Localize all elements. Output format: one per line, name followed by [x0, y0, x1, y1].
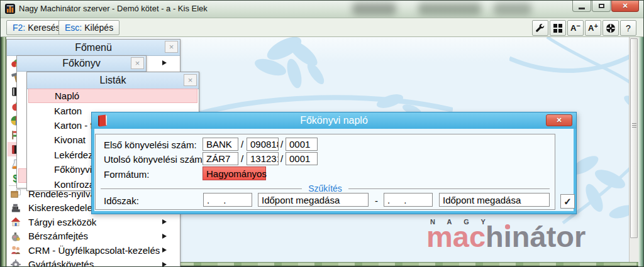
listak-close-button[interactable]: × [184, 74, 197, 86]
menu-item-label: Tárgyi eszközök [28, 217, 96, 227]
fomenu-header: Főmenü × [7, 40, 180, 56]
list-item-label: Karton - f [54, 120, 93, 131]
fokonyv-header: Főkönyv × [17, 56, 146, 72]
swirl-decoration [509, 37, 644, 119]
first-number-input[interactable]: 0001 [286, 138, 318, 151]
slash-separator: / [280, 139, 283, 150]
dialog-titlebar[interactable]: Főkönyvi napló ✕ [92, 112, 576, 129]
search-button[interactable]: F2: Keresés [6, 20, 67, 35]
vertical-scrollbar[interactable] [629, 37, 638, 262]
glass-blur-decoration [418, 3, 481, 15]
first-entry-label: Első könyvelési szám: [104, 139, 197, 150]
filter-section-label: Szűkítés [302, 183, 348, 193]
glass-blur-decoration [494, 3, 531, 15]
money-bag-icon [10, 231, 21, 242]
scrollbar-thumb[interactable] [630, 38, 638, 238]
last-number-input[interactable]: 0001 [286, 152, 318, 165]
last-date-input[interactable]: 131231 [247, 152, 279, 165]
font-increase-button[interactable]: A+ [585, 20, 601, 36]
close-icon: ✕ [622, 2, 628, 10]
house-icon [10, 216, 21, 227]
slash-separator: / [280, 153, 283, 164]
scrollbar-grip [632, 123, 636, 124]
range-dash: - [375, 195, 378, 206]
exit-hotkey: Esc: [65, 23, 82, 33]
maximize-button[interactable] [592, 0, 611, 12]
cash-register-icon [10, 202, 21, 214]
menu-item-label: Gyártáskövetés [28, 259, 94, 267]
period-to-date-input[interactable]: . . [384, 193, 433, 207]
glass-blur-decoration [352, 3, 396, 15]
window-right-edge [638, 37, 644, 267]
search-hotkey: F2: [13, 23, 25, 33]
close-button[interactable]: ✕ [611, 0, 639, 12]
font-increase-icon: A [588, 23, 594, 33]
submenu-arrow-icon [162, 219, 167, 224]
format-label: Formátum: [104, 169, 150, 180]
dialog-close-button[interactable]: ✕ [546, 114, 572, 126]
period-from-date-input[interactable]: . . [203, 193, 252, 207]
submenu-arrow-icon [162, 234, 167, 239]
window-left-edge [0, 37, 6, 267]
first-date-input[interactable]: 090818 [247, 138, 279, 151]
maximize-icon [599, 4, 604, 8]
grid-icon [553, 24, 562, 33]
minimize-button[interactable] [572, 0, 591, 12]
dialog-close-icon: ✕ [556, 116, 562, 124]
listak-title: Listák [100, 75, 126, 86]
fomenu-close-button[interactable]: × [165, 41, 178, 53]
settings-button[interactable] [532, 20, 548, 36]
period-label: Időszak: [104, 195, 139, 206]
slash-separator: / [241, 139, 243, 150]
last-entry-label: Utolsó könyvelési szám: [104, 154, 205, 165]
divider-line [101, 188, 302, 189]
menu-item-targyi[interactable]: Tárgyi eszközök [8, 215, 179, 229]
dialog-title: Főkönyvi napló [300, 115, 368, 126]
toolbar: F2: Keresés Esc: Kilépés A− A+ ? [0, 18, 644, 37]
list-item-label: Főkönyvi [54, 164, 92, 175]
confirm-button[interactable]: ✓ [560, 194, 575, 209]
exit-button[interactable]: Esc: Kilépés [58, 20, 119, 35]
search-label: Keresés [28, 23, 60, 33]
app-icon [5, 4, 15, 14]
format-toggle-button[interactable]: Hagyományos [203, 166, 266, 180]
fokonyv-close-button[interactable]: × [131, 57, 144, 69]
menu-item-crm[interactable]: CRM - Ügyfélkapcsolat-kezelés [8, 243, 179, 258]
target-icon [606, 23, 616, 33]
list-item-naplo[interactable]: Napló [28, 89, 197, 103]
menu-item-label: Kiskereskedelem [28, 202, 100, 213]
help-button[interactable]: ? [620, 20, 636, 36]
divider-line [348, 188, 550, 189]
minimize-icon [579, 8, 585, 9]
period-from-time-field[interactable]: Időpont megadása [258, 193, 369, 207]
fomenu-title: Főmenü [75, 42, 112, 53]
window-titlebar: Nagy Machinátor szerver - Demó kötet - a… [0, 0, 644, 18]
window-title: Nagy Machinátor szerver - Demó kötet - a… [19, 0, 208, 18]
submenu-arrow-icon [162, 248, 167, 253]
first-code-input[interactable]: BANK [203, 138, 238, 151]
package-icon [10, 188, 21, 199]
menu-item-gyartas[interactable]: Gyártáskövetés [8, 258, 179, 267]
filter-section-divider: Szűkítés [101, 183, 550, 193]
checkmark-icon: ✓ [564, 196, 572, 207]
slash-separator: / [241, 153, 243, 164]
exit-label: Kilépés [84, 23, 113, 33]
navigate-button[interactable] [602, 20, 619, 36]
factory-icon [10, 259, 21, 267]
dialog-form-panel: Első könyvelési szám: BANK / 090818 / 00… [95, 134, 555, 210]
red-book-icon [96, 114, 109, 128]
scrollbar-grip [632, 125, 636, 126]
menu-item-label: CRM - Ügyfélkapcsolat-kezelés [28, 245, 160, 256]
dialog-body: Első könyvelési szám: BANK / 090818 / 00… [94, 129, 574, 211]
last-code-input[interactable]: ZÁR7 [203, 152, 238, 165]
submenu-arrow-icon [162, 60, 167, 65]
submenu-arrow-icon [162, 262, 167, 267]
modules-button[interactable] [550, 20, 566, 36]
logo-machinator-text: machinátor [426, 221, 586, 252]
list-item-label: Napló [55, 90, 79, 101]
list-item-label: Karton [54, 106, 82, 116]
scrollbar-grip [632, 127, 636, 128]
font-decrease-button[interactable]: A− [567, 20, 584, 36]
period-to-time-field[interactable]: Időpont megadása [439, 193, 550, 207]
menu-item-ber[interactable]: Bérszámfejtés [8, 229, 179, 244]
